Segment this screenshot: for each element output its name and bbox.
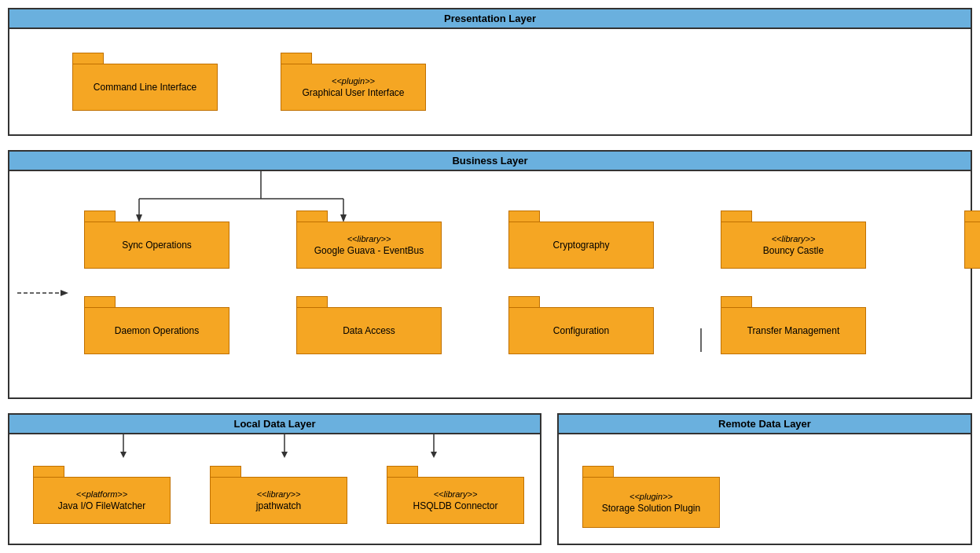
bouncy-stereotype: <<library>> — [772, 234, 816, 244]
presentation-content: Command Line Interface <<plugin>> Graphi… — [9, 29, 971, 134]
daemon-label: Daemon Operations — [115, 325, 199, 336]
filewatcher-body: <<platform>> Java I/O FileWatcher — [33, 477, 171, 524]
presentation-title: Presentation Layer — [444, 13, 536, 24]
access-body: Data Access — [296, 307, 442, 354]
jpathwatch-label: jpathwatch — [256, 500, 301, 511]
remote-data-content: <<plugin>> Storage Solution Plugin — [559, 434, 971, 544]
business-title: Business Layer — [452, 155, 527, 167]
cli-label: Command Line Interface — [94, 82, 196, 93]
access-package: Data Access — [296, 307, 442, 354]
hsqldb-stereotype: <<library>> — [434, 489, 478, 499]
access-tab — [296, 296, 328, 307]
config-label: Configuration — [553, 325, 609, 336]
config-tab — [508, 296, 540, 307]
chunking-tab — [964, 211, 980, 222]
gui-body: <<plugin>> Graphical User Interface — [281, 64, 426, 111]
sync-label: Sync Operations — [122, 240, 192, 251]
filewatcher-package: <<platform>> Java I/O FileWatcher — [33, 477, 171, 524]
bouncy-body: <<library>> Bouncy Castle — [721, 222, 866, 269]
jpathwatch-body: <<library>> jpathwatch — [210, 477, 347, 524]
storage-label: Storage Solution Plugin — [602, 503, 700, 514]
presentation-layer: Presentation Layer Command Line Interfac… — [8, 8, 972, 136]
gui-package: <<plugin>> Graphical User Interface — [281, 64, 426, 111]
config-body: Configuration — [508, 307, 654, 354]
gui-tab — [281, 53, 312, 64]
guava-body: <<library>> Google Guava - EventBus — [296, 222, 442, 269]
daemon-tab — [84, 296, 116, 307]
hsqldb-package: <<library>> HSQLDB Connector — [387, 477, 524, 524]
crypto-label: Cryptography — [552, 240, 609, 251]
filewatcher-stereotype: <<platform>> — [76, 489, 127, 499]
bouncy-tab — [721, 211, 752, 222]
guava-label: Google Guava - EventBus — [314, 245, 424, 256]
guava-tab — [296, 211, 328, 222]
guava-package: <<library>> Google Guava - EventBus — [296, 222, 442, 269]
chunking-body: Chunking — [964, 222, 980, 269]
diagram-container: Presentation Layer Command Line Interfac… — [0, 0, 980, 553]
cli-package: Command Line Interface — [72, 64, 218, 111]
storage-stereotype: <<plugin>> — [629, 492, 673, 501]
cli-tab — [72, 53, 104, 64]
bouncy-package: <<library>> Bouncy Castle — [721, 222, 866, 269]
presentation-layer-header: Presentation Layer — [9, 9, 971, 29]
data-layers: Local Data Layer <<platform>> — [8, 413, 972, 545]
jpathwatch-stereotype: <<library>> — [257, 489, 301, 499]
local-data-title: Local Data Layer — [233, 418, 315, 430]
guava-stereotype: <<library>> — [347, 234, 391, 244]
daemon-package: Daemon Operations — [84, 307, 229, 354]
transfer-body: Transfer Management — [721, 307, 866, 354]
local-data-header: Local Data Layer — [9, 415, 540, 434]
gui-stereotype: <<plugin>> — [332, 76, 375, 86]
storage-body: <<plugin>> Storage Solution Plugin — [582, 477, 720, 528]
crypto-body: Cryptography — [508, 222, 654, 269]
business-layer-header: Business Layer — [9, 152, 971, 171]
chunking-package: Chunking — [964, 222, 980, 269]
bouncy-label: Bouncy Castle — [763, 245, 824, 256]
svg-marker-12 — [120, 452, 127, 458]
sync-tab — [84, 211, 116, 222]
svg-marker-16 — [431, 452, 437, 458]
svg-marker-14 — [281, 452, 288, 458]
crypto-tab — [508, 211, 540, 222]
local-data-content: <<platform>> Java I/O FileWatcher <<libr… — [9, 434, 540, 540]
jpathwatch-tab — [210, 466, 241, 477]
hsqldb-tab — [387, 466, 418, 477]
gui-label: Graphical User Interface — [302, 87, 404, 98]
access-label: Data Access — [343, 325, 395, 336]
remote-data-layer: Remote Data Layer <<plugin>> Storage Sol… — [557, 413, 972, 545]
config-package: Configuration — [508, 307, 654, 354]
remote-data-title: Remote Data Layer — [718, 418, 811, 430]
sync-body: Sync Operations — [84, 222, 229, 269]
business-content: Sync Operations <<library>> Google Guava… — [9, 171, 971, 397]
hsqldb-label: HSQLDB Connector — [413, 500, 497, 511]
filewatcher-label: Java I/O FileWatcher — [58, 500, 146, 511]
filewatcher-tab — [33, 466, 64, 477]
business-row1: Sync Operations <<library>> Google Guava… — [25, 187, 955, 269]
storage-package: <<plugin>> Storage Solution Plugin — [582, 477, 720, 528]
cli-body: Command Line Interface — [72, 64, 218, 111]
daemon-body: Daemon Operations — [84, 307, 229, 354]
transfer-tab — [721, 296, 752, 307]
remote-data-header: Remote Data Layer — [559, 415, 971, 434]
transfer-label: Transfer Management — [747, 325, 840, 336]
business-layer: Business Layer — [8, 150, 972, 399]
crypto-package: Cryptography — [508, 222, 654, 269]
business-row2: Daemon Operations Data Access Configurat… — [25, 288, 955, 354]
local-data-layer: Local Data Layer <<platform>> — [8, 413, 541, 545]
transfer-package: Transfer Management — [721, 307, 866, 354]
storage-tab — [582, 466, 614, 477]
jpathwatch-package: <<library>> jpathwatch — [210, 477, 347, 524]
hsqldb-body: <<library>> HSQLDB Connector — [387, 477, 524, 524]
sync-package: Sync Operations — [84, 222, 229, 269]
